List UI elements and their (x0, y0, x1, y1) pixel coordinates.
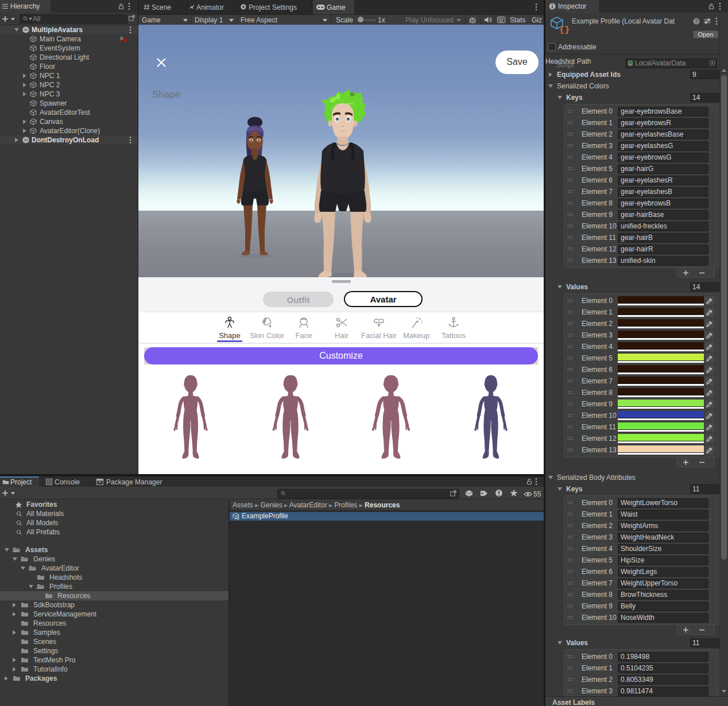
svg-text:{}: {} (237, 515, 239, 520)
svg-text:{}: {} (559, 25, 570, 34)
svg-text:?: ? (695, 18, 698, 24)
